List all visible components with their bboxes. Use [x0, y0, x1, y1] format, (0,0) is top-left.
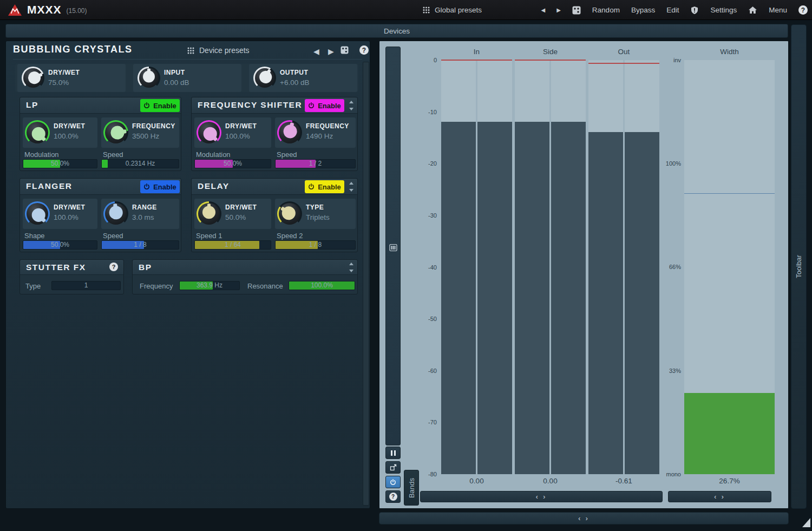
- fs-frequency-knob[interactable]: [277, 120, 302, 145]
- prev-preset-button[interactable]: ◀: [541, 7, 545, 13]
- step-up-icon: [349, 101, 353, 103]
- knob-value: +6.00 dB: [280, 78, 309, 87]
- meter-header-out: Out: [588, 48, 659, 56]
- knob-label: OUTPUT: [280, 69, 308, 76]
- edit-button[interactable]: Edit: [666, 6, 679, 14]
- module-stepper[interactable]: [348, 182, 355, 192]
- help-icon: ?: [389, 493, 397, 501]
- power-icon: [308, 183, 315, 190]
- db-scale-label: -70: [411, 419, 437, 425]
- width-scrollbar[interactable]: ‹ ›: [668, 491, 771, 502]
- lp-speed-slider[interactable]: 0.2314 Hz: [101, 159, 179, 168]
- freq-shifter-enable-button[interactable]: Enable: [305, 99, 344, 112]
- slider-value: 100.0%: [289, 281, 355, 290]
- slider-label: Speed: [103, 232, 123, 240]
- slider-value: 1: [52, 281, 120, 290]
- device-next-button[interactable]: ▶: [328, 47, 334, 56]
- tab-devices[interactable]: Devices: [5, 24, 788, 38]
- device-random-dice-icon[interactable]: [340, 46, 349, 54]
- lp-frequency-knob[interactable]: [103, 120, 128, 145]
- device-panel-scrollbar[interactable]: [363, 62, 369, 506]
- lp-drywet-knob[interactable]: [25, 120, 50, 145]
- grid-icon: [423, 6, 430, 14]
- window-resize-grip[interactable]: [802, 518, 810, 527]
- flanger-speed-slider[interactable]: 1 / 8: [101, 240, 179, 250]
- popout-button[interactable]: [385, 461, 401, 474]
- db-scale-label: 0: [411, 57, 437, 63]
- lp-enable-button[interactable]: Enable: [140, 99, 180, 112]
- next-preset-button[interactable]: ▶: [556, 7, 561, 13]
- fs-speed-slider[interactable]: 1 / 2: [275, 159, 356, 168]
- divider: [13, 59, 362, 60]
- delay-type-knob[interactable]: [277, 201, 302, 226]
- stutter-help-icon[interactable]: ?: [109, 263, 118, 271]
- knob-group: FREQUENCY 1490 Hz: [275, 117, 356, 148]
- slider-value: 0.2314 Hz: [102, 160, 179, 168]
- knob-group: DRY/WET 50.0%: [194, 199, 271, 229]
- output-knob[interactable]: [253, 67, 276, 89]
- device-prev-button[interactable]: ◀: [313, 47, 319, 56]
- flanger-enable-button[interactable]: Enable: [140, 180, 180, 193]
- device-help-icon[interactable]: ?: [359, 45, 369, 55]
- delay-drywet-knob[interactable]: [197, 201, 221, 226]
- random-button[interactable]: Random: [592, 6, 620, 14]
- input-knob[interactable]: [137, 67, 160, 89]
- flanger-shape-slider[interactable]: 50.0%: [23, 240, 97, 250]
- tab-toolbar[interactable]: Toolbar: [791, 24, 807, 509]
- menu-button[interactable]: Menu: [769, 6, 787, 14]
- lp-modulation-slider[interactable]: 50.0%: [23, 159, 97, 168]
- slider-label: Speed: [103, 150, 123, 159]
- slider-label: Speed 1: [196, 232, 222, 240]
- module-title: FREQUENCY SHIFTER: [198, 100, 302, 110]
- device-presets-button[interactable]: Device presets: [187, 41, 250, 60]
- bypass-button[interactable]: Bypass: [631, 6, 655, 14]
- analyzer-panel: ? Bands In Side Out Width 0 -10 -20 -30 …: [379, 41, 789, 509]
- help-icon[interactable]: ?: [798, 5, 808, 15]
- alert-shield-icon[interactable]: [690, 6, 699, 15]
- analyzer-zoom-slider[interactable]: [385, 47, 401, 445]
- module-stepper[interactable]: [348, 263, 355, 272]
- app-window: MXXX (15.00) Global presets ◀ ▶ Random B…: [0, 0, 812, 531]
- knob-label: DRY/WET: [54, 122, 85, 130]
- knob-group: DRY/WET 100.0%: [23, 199, 97, 229]
- delay-speed1-slider[interactable]: 1 / 64: [194, 240, 271, 250]
- slider-label: Speed 2: [277, 232, 303, 240]
- delay-enable-button[interactable]: Enable: [305, 180, 344, 193]
- bottom-scrollbar[interactable]: ‹ ›: [379, 512, 789, 525]
- home-icon[interactable]: [748, 6, 757, 14]
- toolbar-tab-label: Toolbar: [795, 255, 803, 278]
- meter-bar-in-left: [441, 60, 476, 474]
- bp-frequency-slider[interactable]: 363.9 Hz: [179, 281, 240, 290]
- random-dice-icon[interactable]: [572, 6, 581, 15]
- meter-bar-side-left: [515, 60, 549, 474]
- enable-label: Enable: [153, 102, 176, 110]
- stutter-type-slider[interactable]: 1: [51, 281, 121, 290]
- knob-value: 1490 Hz: [306, 132, 333, 140]
- meters-scrollbar[interactable]: ‹ ›: [420, 491, 663, 502]
- device-preset-name: BUBBLING CRYSTALS: [13, 44, 133, 55]
- power-icon: [143, 102, 150, 109]
- delay-speed2-slider[interactable]: 1 / 8: [275, 240, 356, 250]
- module-title: FLANGER: [26, 181, 72, 191]
- slider-label: Modulation: [196, 150, 231, 159]
- bp-resonance-slider[interactable]: 100.0%: [289, 281, 355, 290]
- fs-drywet-knob[interactable]: [197, 120, 221, 145]
- fs-modulation-slider[interactable]: 50.0%: [194, 159, 271, 168]
- module-stepper[interactable]: [348, 101, 355, 110]
- module-delay: DELAY Enable DRY/WET 50.0: [191, 178, 358, 252]
- analyzer-help-button[interactable]: ?: [385, 490, 401, 503]
- step-down-icon: [349, 189, 353, 192]
- flanger-drywet-knob[interactable]: [25, 201, 50, 226]
- drywet-knob[interactable]: [22, 67, 44, 89]
- knob-value: 100.0%: [54, 213, 78, 221]
- meter-value-out: -0.61: [588, 477, 659, 485]
- global-presets-button[interactable]: Global presets: [423, 0, 482, 20]
- pause-button[interactable]: [385, 447, 401, 459]
- slider-value: 1 / 2: [276, 160, 355, 168]
- flanger-range-knob[interactable]: [103, 201, 128, 226]
- slider-value: 1 / 8: [276, 241, 355, 249]
- param-label: Type: [25, 282, 41, 290]
- settings-button[interactable]: Settings: [710, 6, 737, 14]
- power-icon: [143, 183, 150, 190]
- analyzer-power-button[interactable]: [385, 476, 401, 488]
